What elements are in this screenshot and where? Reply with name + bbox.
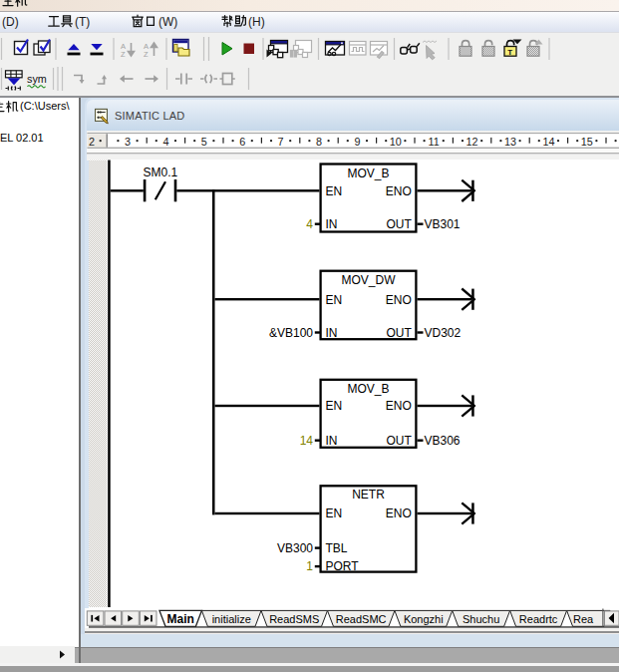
svg-text:10: 10	[390, 136, 402, 148]
svg-text:14: 14	[542, 136, 554, 148]
svg-text:Z: Z	[144, 50, 149, 59]
svg-text:initialize: initialize	[212, 613, 251, 625]
svg-text:Rea: Rea	[573, 613, 594, 625]
svg-text:3: 3	[125, 136, 131, 148]
svg-text:OUT: OUT	[386, 434, 412, 448]
svg-text:15: 15	[581, 136, 593, 148]
svg-text:MOV_B: MOV_B	[347, 167, 389, 180]
svg-text:ENO: ENO	[386, 399, 412, 413]
svg-text:NETR: NETR	[352, 488, 385, 502]
svg-text:13: 13	[504, 136, 516, 148]
svg-text:Shuchu: Shuchu	[463, 613, 499, 625]
svg-text:4: 4	[162, 136, 168, 148]
svg-text:OUT: OUT	[386, 217, 412, 231]
svg-text:MOV_DW: MOV_DW	[342, 273, 397, 287]
svg-text:MOV_B: MOV_B	[347, 382, 389, 396]
svg-text:&VB100: &VB100	[269, 326, 313, 340]
svg-text:sym: sym	[27, 73, 47, 85]
svg-text:1: 1	[306, 559, 313, 573]
svg-text:PORT: PORT	[326, 559, 360, 573]
svg-text:Kongzhi: Kongzhi	[404, 613, 444, 625]
svg-text:ReadSMS: ReadSMS	[269, 613, 319, 625]
svg-text:OUT: OUT	[386, 326, 412, 340]
svg-text:5: 5	[201, 136, 207, 148]
svg-text:EN: EN	[326, 399, 343, 413]
svg-text:VB306: VB306	[425, 434, 461, 448]
svg-text:ENO: ENO	[386, 293, 412, 307]
svg-text:11: 11	[429, 136, 440, 148]
svg-text:T: T	[507, 48, 512, 57]
svg-text:IN: IN	[326, 217, 338, 231]
svg-text:ReadSMC: ReadSMC	[336, 613, 387, 625]
svg-text:14: 14	[300, 434, 314, 448]
svg-text:12: 12	[466, 136, 478, 148]
svg-text:ENO: ENO	[386, 184, 412, 198]
svg-text:ENO: ENO	[386, 506, 412, 520]
svg-text:VB300: VB300	[277, 541, 313, 555]
svg-text:4: 4	[306, 217, 313, 231]
svg-text:Readrtc: Readrtc	[519, 613, 558, 625]
svg-text:VB301: VB301	[425, 217, 461, 231]
svg-text:2: 2	[89, 136, 95, 148]
svg-text:6: 6	[239, 136, 245, 148]
svg-text:EN: EN	[326, 184, 343, 198]
svg-text:SM0.1: SM0.1	[143, 166, 177, 179]
svg-text:EN: EN	[326, 293, 343, 307]
svg-text:9: 9	[354, 136, 360, 148]
svg-text:7: 7	[278, 136, 284, 148]
svg-text:IN: IN	[326, 434, 338, 448]
svg-text:EN: EN	[326, 506, 343, 520]
svg-text:8: 8	[316, 136, 322, 148]
svg-text:Z: Z	[121, 50, 126, 59]
svg-text:TBL: TBL	[326, 541, 348, 555]
svg-text:IN: IN	[326, 326, 338, 340]
svg-text:VD302: VD302	[425, 326, 462, 340]
svg-text:Main: Main	[167, 612, 194, 626]
